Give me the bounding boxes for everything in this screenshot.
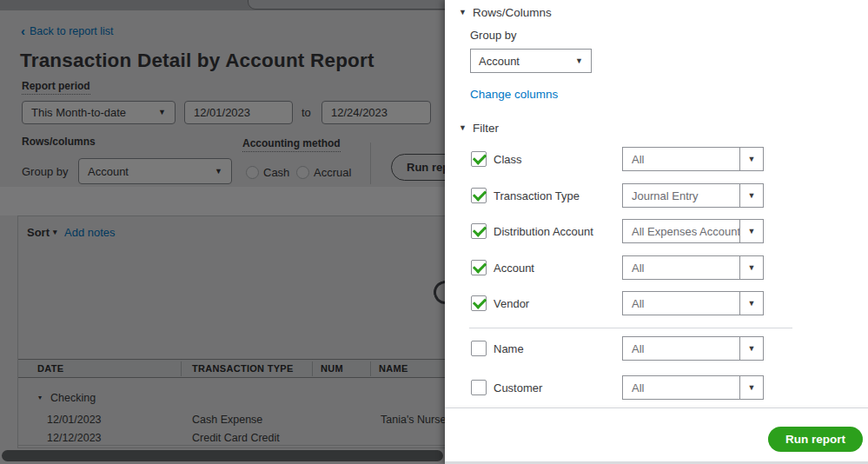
filter-row-customer: Customer All ▼ <box>445 375 868 400</box>
modal-overlay[interactable] <box>0 0 446 464</box>
filter-row-vendor: Vendor All ▼ <box>445 291 868 315</box>
chevron-down-icon[interactable]: ▼ <box>739 256 763 279</box>
section-collapse-icon: ▼ <box>459 124 467 132</box>
rows-columns-section-label: Rows/Columns <box>473 6 552 19</box>
distribution-account-filter-dropdown[interactable]: All Expenses Accounts ▼ <box>622 219 764 243</box>
class-filter-label: Class <box>494 153 522 166</box>
filter-row-transaction-type: Transaction Type Journal Entry ▼ <box>445 183 868 208</box>
filter-row-class: Class All ▼ <box>445 147 868 171</box>
filter-section-label: Filter <box>473 122 499 135</box>
customer-filter-dropdown[interactable]: All ▼ <box>622 375 764 400</box>
name-filter-label: Name <box>494 342 524 355</box>
account-checkbox[interactable] <box>471 260 487 275</box>
chevron-down-icon[interactable]: ▼ <box>739 148 763 170</box>
account-filter-label: Account <box>494 262 534 275</box>
name-filter-dropdown[interactable]: All ▼ <box>622 336 764 361</box>
panel-group-by-value: Account <box>479 55 520 68</box>
vendor-checkbox[interactable] <box>471 295 487 311</box>
filter-divider <box>469 328 792 328</box>
chevron-down-icon[interactable]: ▼ <box>739 220 763 242</box>
filter-section-header[interactable]: ▼ Filter <box>459 122 499 135</box>
transaction-type-filter-dropdown[interactable]: Journal Entry ▼ <box>622 183 764 208</box>
customer-checkbox[interactable] <box>471 380 487 395</box>
name-checkbox[interactable] <box>471 341 487 356</box>
customize-report-panel: ▼ Rows/Columns Group by Account ▼ Change… <box>445 0 868 464</box>
class-filter-dropdown[interactable]: All ▼ <box>622 147 764 171</box>
filter-row-distribution-account: Distribution Account All Expenses Accoun… <box>445 219 868 243</box>
customer-filter-label: Customer <box>494 381 542 394</box>
panel-footer: Run report <box>445 408 868 461</box>
change-columns-link[interactable]: Change columns <box>470 88 558 101</box>
chevron-down-icon[interactable]: ▼ <box>739 292 763 315</box>
screen: ‹ Back to report list Transaction Detail… <box>0 0 868 464</box>
panel-group-by-dropdown[interactable]: Account ▼ <box>470 49 592 73</box>
section-collapse-icon: ▼ <box>459 9 467 17</box>
run-report-button[interactable]: Run report <box>768 427 863 452</box>
panel-group-by-label: Group by <box>470 29 516 42</box>
chevron-down-icon[interactable]: ▼ <box>739 376 763 399</box>
filter-row-account: Account All ▼ <box>445 255 868 280</box>
rows-columns-section-header[interactable]: ▼ Rows/Columns <box>459 6 552 19</box>
filter-row-name: Name All ▼ <box>445 336 868 361</box>
transaction-type-filter-label: Transaction Type <box>494 189 580 202</box>
vendor-filter-dropdown[interactable]: All ▼ <box>622 291 764 315</box>
distribution-account-checkbox[interactable] <box>471 223 487 239</box>
chevron-down-icon[interactable]: ▼ <box>739 184 763 207</box>
account-filter-dropdown[interactable]: All ▼ <box>622 255 764 280</box>
distribution-account-filter-label: Distribution Account <box>494 225 593 238</box>
class-checkbox[interactable] <box>471 151 487 167</box>
chevron-down-icon: ▼ <box>575 57 583 65</box>
transaction-type-checkbox[interactable] <box>471 188 487 203</box>
chevron-down-icon[interactable]: ▼ <box>739 337 763 360</box>
vendor-filter-label: Vendor <box>494 297 529 310</box>
